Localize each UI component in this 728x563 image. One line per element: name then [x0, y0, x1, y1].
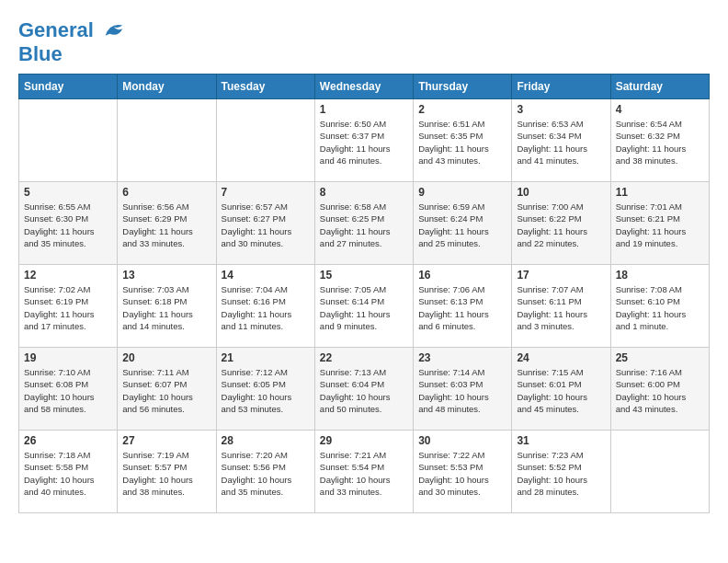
day-info: Sunrise: 6:57 AM Sunset: 6:27 PM Dayligh…: [222, 201, 310, 249]
day-number: 8: [320, 186, 408, 199]
day-number: 10: [517, 186, 605, 199]
day-info: Sunrise: 7:11 AM Sunset: 6:07 PM Dayligh…: [122, 366, 210, 415]
logo: General Blue: [18, 18, 129, 64]
day-number: 7: [222, 186, 310, 199]
day-number: 25: [616, 351, 704, 364]
weekday-header-monday: Monday: [118, 75, 216, 99]
day-number: 29: [320, 434, 408, 447]
calendar-cell: [610, 431, 709, 513]
calendar-cell: 11Sunrise: 7:01 AM Sunset: 6:21 PM Dayli…: [610, 182, 709, 265]
day-number: 27: [122, 434, 210, 447]
day-number: 5: [24, 186, 112, 199]
day-number: 28: [222, 434, 310, 447]
day-info: Sunrise: 7:02 AM Sunset: 6:19 PM Dayligh…: [24, 283, 112, 332]
week-row-5: 26Sunrise: 7:18 AM Sunset: 5:58 PM Dayli…: [19, 431, 710, 513]
day-info: Sunrise: 7:22 AM Sunset: 5:53 PM Dayligh…: [418, 449, 506, 498]
calendar-cell: 25Sunrise: 7:16 AM Sunset: 6:00 PM Dayli…: [610, 348, 709, 431]
day-number: 17: [517, 269, 605, 282]
calendar-cell: 10Sunrise: 7:00 AM Sunset: 6:22 PM Dayli…: [512, 182, 610, 265]
day-number: 31: [517, 434, 605, 447]
day-info: Sunrise: 7:04 AM Sunset: 6:16 PM Dayligh…: [222, 283, 310, 332]
calendar-cell: 5Sunrise: 6:55 AM Sunset: 6:30 PM Daylig…: [19, 182, 118, 265]
calendar-cell: 15Sunrise: 7:05 AM Sunset: 6:14 PM Dayli…: [314, 265, 413, 348]
day-info: Sunrise: 6:54 AM Sunset: 6:32 PM Dayligh…: [616, 118, 704, 167]
calendar-cell: 6Sunrise: 6:56 AM Sunset: 6:29 PM Daylig…: [118, 182, 216, 265]
calendar-cell: [19, 99, 118, 182]
calendar-cell: 23Sunrise: 7:14 AM Sunset: 6:03 PM Dayli…: [414, 348, 512, 431]
day-number: 24: [517, 351, 605, 364]
day-info: Sunrise: 7:05 AM Sunset: 6:14 PM Dayligh…: [320, 283, 408, 332]
day-info: Sunrise: 7:13 AM Sunset: 6:04 PM Dayligh…: [320, 366, 408, 415]
day-number: 4: [616, 103, 704, 116]
day-info: Sunrise: 7:18 AM Sunset: 5:58 PM Dayligh…: [24, 449, 112, 498]
day-info: Sunrise: 7:15 AM Sunset: 6:01 PM Dayligh…: [517, 366, 605, 415]
day-number: 14: [222, 269, 310, 282]
day-number: 12: [24, 269, 112, 282]
weekday-header-sunday: Sunday: [19, 75, 118, 99]
logo-bird-icon: [101, 18, 127, 44]
calendar-cell: 18Sunrise: 7:08 AM Sunset: 6:10 PM Dayli…: [610, 265, 709, 348]
day-info: Sunrise: 7:20 AM Sunset: 5:56 PM Dayligh…: [222, 449, 310, 498]
weekday-header-friday: Friday: [512, 75, 610, 99]
day-number: 22: [320, 351, 408, 364]
calendar-cell: 24Sunrise: 7:15 AM Sunset: 6:01 PM Dayli…: [512, 348, 610, 431]
day-number: 26: [24, 434, 112, 447]
week-row-1: 1Sunrise: 6:50 AM Sunset: 6:37 PM Daylig…: [19, 99, 710, 182]
day-info: Sunrise: 7:01 AM Sunset: 6:21 PM Dayligh…: [616, 201, 704, 249]
logo-blue: Blue: [18, 44, 129, 64]
weekday-header-tuesday: Tuesday: [216, 75, 314, 99]
calendar-cell: [216, 99, 314, 182]
calendar-cell: 29Sunrise: 7:21 AM Sunset: 5:54 PM Dayli…: [314, 431, 413, 513]
day-info: Sunrise: 7:14 AM Sunset: 6:03 PM Dayligh…: [418, 366, 506, 415]
calendar-cell: 27Sunrise: 7:19 AM Sunset: 5:57 PM Dayli…: [118, 431, 216, 513]
day-info: Sunrise: 6:50 AM Sunset: 6:37 PM Dayligh…: [320, 118, 408, 167]
day-number: 3: [517, 103, 605, 116]
calendar-cell: 19Sunrise: 7:10 AM Sunset: 6:08 PM Dayli…: [19, 348, 118, 431]
day-info: Sunrise: 6:53 AM Sunset: 6:34 PM Dayligh…: [517, 118, 605, 167]
day-info: Sunrise: 7:08 AM Sunset: 6:10 PM Dayligh…: [616, 283, 704, 332]
day-info: Sunrise: 7:23 AM Sunset: 5:52 PM Dayligh…: [517, 449, 605, 498]
calendar-cell: 20Sunrise: 7:11 AM Sunset: 6:07 PM Dayli…: [118, 348, 216, 431]
day-number: 30: [418, 434, 506, 447]
calendar-cell: 1Sunrise: 6:50 AM Sunset: 6:37 PM Daylig…: [314, 99, 413, 182]
day-info: Sunrise: 7:07 AM Sunset: 6:11 PM Dayligh…: [517, 283, 605, 332]
day-info: Sunrise: 7:19 AM Sunset: 5:57 PM Dayligh…: [122, 449, 210, 498]
calendar-cell: 30Sunrise: 7:22 AM Sunset: 5:53 PM Dayli…: [414, 431, 512, 513]
calendar-cell: 17Sunrise: 7:07 AM Sunset: 6:11 PM Dayli…: [512, 265, 610, 348]
day-info: Sunrise: 6:59 AM Sunset: 6:24 PM Dayligh…: [418, 201, 506, 249]
week-row-2: 5Sunrise: 6:55 AM Sunset: 6:30 PM Daylig…: [19, 182, 710, 265]
day-info: Sunrise: 7:21 AM Sunset: 5:54 PM Dayligh…: [320, 449, 408, 498]
week-row-4: 19Sunrise: 7:10 AM Sunset: 6:08 PM Dayli…: [19, 348, 710, 431]
day-number: 23: [418, 351, 506, 364]
logo-text: General: [18, 18, 129, 44]
day-info: Sunrise: 7:00 AM Sunset: 6:22 PM Dayligh…: [517, 201, 605, 249]
calendar-cell: 13Sunrise: 7:03 AM Sunset: 6:18 PM Dayli…: [118, 265, 216, 348]
day-info: Sunrise: 7:03 AM Sunset: 6:18 PM Dayligh…: [122, 283, 210, 332]
day-info: Sunrise: 7:06 AM Sunset: 6:13 PM Dayligh…: [418, 283, 506, 332]
day-info: Sunrise: 6:51 AM Sunset: 6:35 PM Dayligh…: [418, 118, 506, 167]
calendar-cell: 28Sunrise: 7:20 AM Sunset: 5:56 PM Dayli…: [216, 431, 314, 513]
calendar-cell: 8Sunrise: 6:58 AM Sunset: 6:25 PM Daylig…: [314, 182, 413, 265]
day-number: 1: [320, 103, 408, 116]
day-number: 18: [616, 269, 704, 282]
week-row-3: 12Sunrise: 7:02 AM Sunset: 6:19 PM Dayli…: [19, 265, 710, 348]
calendar-cell: 9Sunrise: 6:59 AM Sunset: 6:24 PM Daylig…: [414, 182, 512, 265]
day-number: 19: [24, 351, 112, 364]
day-number: 20: [122, 351, 210, 364]
day-number: 16: [418, 269, 506, 282]
calendar-cell: 16Sunrise: 7:06 AM Sunset: 6:13 PM Dayli…: [414, 265, 512, 348]
day-info: Sunrise: 6:55 AM Sunset: 6:30 PM Dayligh…: [24, 201, 112, 249]
calendar-cell: 21Sunrise: 7:12 AM Sunset: 6:05 PM Dayli…: [216, 348, 314, 431]
calendar-cell: 26Sunrise: 7:18 AM Sunset: 5:58 PM Dayli…: [19, 431, 118, 513]
day-number: 6: [122, 186, 210, 199]
calendar-table: SundayMondayTuesdayWednesdayThursdayFrid…: [18, 74, 710, 513]
day-number: 13: [122, 269, 210, 282]
day-info: Sunrise: 6:56 AM Sunset: 6:29 PM Dayligh…: [122, 201, 210, 249]
calendar-cell: 2Sunrise: 6:51 AM Sunset: 6:35 PM Daylig…: [414, 99, 512, 182]
page-header: General Blue: [18, 18, 710, 64]
day-info: Sunrise: 6:58 AM Sunset: 6:25 PM Dayligh…: [320, 201, 408, 249]
day-number: 11: [616, 186, 704, 199]
weekday-header-wednesday: Wednesday: [314, 75, 413, 99]
calendar-cell: 3Sunrise: 6:53 AM Sunset: 6:34 PM Daylig…: [512, 99, 610, 182]
calendar-cell: [118, 99, 216, 182]
